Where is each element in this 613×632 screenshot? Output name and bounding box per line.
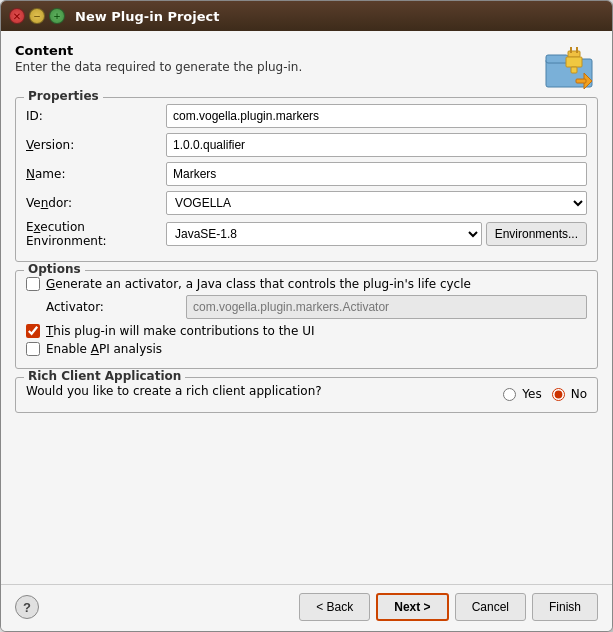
svg-rect-1 (546, 55, 568, 63)
name-row: Name: (26, 162, 587, 186)
exec-env-label: Execution Environment: (26, 220, 166, 248)
content-subtitle: Enter the data required to generate the … (15, 60, 302, 74)
next-button[interactable]: Next > (376, 593, 448, 621)
titlebar: ✕ − + New Plug-in Project (1, 1, 612, 31)
properties-group-label: Properties (24, 89, 103, 103)
maximize-icon: + (53, 11, 61, 21)
api-analysis-row: Enable API analysis (26, 342, 587, 356)
generate-activator-row: Generate an activator, a Java class that… (26, 277, 587, 291)
environments-button[interactable]: Environments... (486, 222, 587, 246)
header-row: Content Enter the data required to gener… (15, 43, 598, 91)
close-icon: ✕ (13, 11, 21, 22)
nav-buttons: < Back Next > Cancel Finish (299, 593, 598, 621)
generate-activator-checkbox[interactable] (26, 277, 40, 291)
contributions-checkbox[interactable] (26, 324, 40, 338)
rca-yes-label: Yes (503, 387, 541, 401)
svg-rect-4 (576, 47, 578, 53)
button-bar: ? < Back Next > Cancel Finish (1, 584, 612, 631)
contributions-label: This plug-in will make contributions to … (46, 324, 314, 338)
back-button[interactable]: < Back (299, 593, 370, 621)
svg-rect-2 (568, 51, 580, 57)
cancel-button[interactable]: Cancel (455, 593, 526, 621)
rca-no-text: No (571, 387, 587, 401)
content-area: Content Enter the data required to gener… (1, 31, 612, 584)
close-button[interactable]: ✕ (9, 8, 25, 24)
version-row: Version: (26, 133, 587, 157)
options-group: Options Generate an activator, a Java cl… (15, 270, 598, 369)
spacer (15, 421, 598, 576)
rca-question: Would you like to create a rich client a… (26, 384, 322, 398)
header-text: Content Enter the data required to gener… (15, 43, 302, 82)
name-input[interactable] (166, 162, 587, 186)
id-row: ID: (26, 104, 587, 128)
svg-rect-8 (576, 79, 586, 83)
vendor-select-container: VOGELLA (166, 191, 587, 215)
vendor-label: Vendor: (26, 196, 166, 210)
titlebar-controls: ✕ − + (9, 8, 65, 24)
plugin-icon (542, 43, 598, 91)
activator-row: Activator: (26, 295, 587, 319)
exec-env-container: JavaSE-1.8 Environments... (166, 222, 587, 246)
window: ✕ − + New Plug-in Project Content Enter … (0, 0, 613, 632)
api-analysis-checkbox[interactable] (26, 342, 40, 356)
version-label: Version: (26, 138, 166, 152)
vendor-row: Vendor: VOGELLA (26, 191, 587, 215)
rca-group: Rich Client Application Would you like t… (15, 377, 598, 413)
minimize-icon: − (33, 11, 41, 21)
svg-rect-3 (570, 47, 572, 53)
rca-radios: Yes No (503, 387, 587, 401)
id-input[interactable] (166, 104, 587, 128)
maximize-button[interactable]: + (49, 8, 65, 24)
api-analysis-label: Enable API analysis (46, 342, 162, 356)
rca-yes-radio[interactable] (503, 388, 516, 401)
rca-no-radio[interactable] (552, 388, 565, 401)
activator-input[interactable] (186, 295, 587, 319)
version-input[interactable] (166, 133, 587, 157)
svg-rect-5 (566, 57, 582, 67)
activator-label: Activator: (46, 300, 186, 314)
rca-yes-text: Yes (522, 387, 541, 401)
name-label: Name: (26, 167, 166, 181)
rca-group-label: Rich Client Application (24, 369, 185, 383)
properties-group: Properties ID: Version: Name: Vendor: (15, 97, 598, 262)
options-group-label: Options (24, 262, 85, 276)
window-title: New Plug-in Project (75, 9, 219, 24)
vendor-select[interactable]: VOGELLA (166, 191, 587, 215)
rca-question-row: Would you like to create a rich client a… (26, 384, 587, 404)
svg-rect-6 (571, 67, 577, 73)
rca-no-label: No (552, 387, 587, 401)
exec-env-select[interactable]: JavaSE-1.8 (166, 222, 482, 246)
minimize-button[interactable]: − (29, 8, 45, 24)
help-button[interactable]: ? (15, 595, 39, 619)
exec-env-row: Execution Environment: JavaSE-1.8 Enviro… (26, 220, 587, 248)
finish-button[interactable]: Finish (532, 593, 598, 621)
content-title: Content (15, 43, 302, 58)
contributions-row: This plug-in will make contributions to … (26, 324, 587, 338)
generate-activator-label: Generate an activator, a Java class that… (46, 277, 471, 291)
id-label: ID: (26, 109, 166, 123)
